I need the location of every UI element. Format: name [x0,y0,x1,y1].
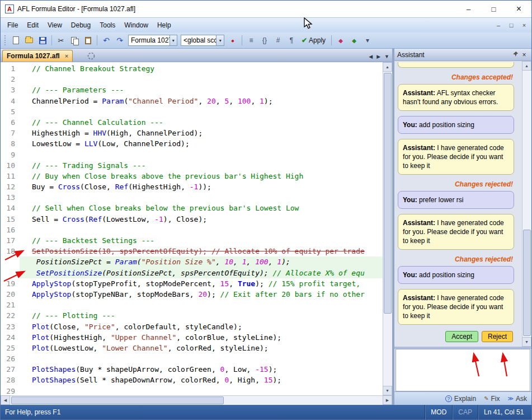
scroll-right-icon[interactable]: ▶ [383,395,392,405]
scrollbar-thumb[interactable] [523,230,531,336]
apply-button[interactable]: ✔ Apply [299,34,328,46]
menu-tools[interactable]: Tools [95,20,120,31]
sections-button[interactable]: ≡ [245,34,257,46]
toolbar-overflow-button[interactable]: ▾ [361,34,374,46]
explain-button[interactable]: ? Explain [445,395,476,403]
code-row[interactable]: SetPositionSize(PositionSizePct, spsPerc… [1,268,383,278]
wizard-button[interactable]: ◆ [335,34,347,46]
apply-check-icon: ✔ [302,36,307,44]
minimize-button[interactable]: – [456,1,481,17]
menu-help[interactable]: Help [153,20,176,31]
undo-button[interactable]: ↶ [100,34,112,46]
scrollbar-thumb[interactable] [11,396,224,404]
menu-file[interactable]: File [3,20,22,31]
scroll-down-icon[interactable]: ▼ [522,337,531,347]
open-file-button[interactable] [23,34,35,46]
code-row[interactable]: 20ApplyStop(stopTypeNBar, stopModeBars, … [1,289,383,300]
mdi-restore-button[interactable]: □ [506,20,517,30]
chevron-down-icon[interactable]: ▾ [170,35,177,45]
code-row[interactable]: 15Sell = Cross(Ref(LowestLow, -1), Close… [1,214,383,225]
tab-scroll-right-icon[interactable]: ▶ [376,54,380,59]
code-row[interactable]: 26 [1,353,383,364]
scc-combo[interactable]: <global scc ▾ [181,35,224,46]
code-row[interactable]: 16 [1,225,383,235]
tab-scroll-left-icon[interactable]: ◀ [369,54,373,59]
scroll-down-icon[interactable]: ▼ [383,386,392,395]
code-row[interactable]: 13 [1,192,383,203]
code-row[interactable]: 1// Channel Breakout Strategy [1,63,383,74]
chat-messages: Changes accepted!Assistant: AFL syntax c… [394,61,522,347]
code-token: "Upper Channel" [111,333,176,342]
code-row[interactable]: 23Plot(Close, "Price", colorDefault, sty… [1,321,383,332]
new-file-button[interactable] [10,34,22,46]
code-row[interactable]: PositionSizePct = Param("Position Size %… [1,256,383,267]
code-row[interactable]: 29 [1,386,383,395]
code-row[interactable]: 18SetPositionSize(10, spsPercentOfEquity… [1,246,383,256]
redo-icon: ↷ [116,36,123,45]
editor-vertical-scrollbar[interactable]: ▲ ▼ [383,62,392,395]
code-row[interactable]: 4ChannelPeriod = Param("Channel Period",… [1,96,383,106]
code-row[interactable]: 3// --- Parameters --- [1,85,383,95]
code-row[interactable]: 2 [1,74,383,85]
code-row[interactable]: 19ApplyStop(stopTypeProfit, stopModePerc… [1,278,383,289]
code-snippet-button[interactable]: {} [258,34,271,46]
fix-button[interactable]: ✎ Fix [484,395,500,403]
chevron-down-icon[interactable]: ▾ [216,35,224,45]
formula-combo[interactable]: Formula 1027 ▾ [128,35,177,46]
pin-icon[interactable] [511,51,520,59]
menu-edit[interactable]: Edit [22,20,43,31]
menu-view[interactable]: View [43,20,67,31]
code-row[interactable]: 7HighestHigh = HHV(High, ChannelPeriod); [1,128,383,138]
code-row[interactable]: 9 [1,150,383,160]
menu-debug[interactable]: Debug [67,20,95,31]
chat-scrollbar[interactable]: ▲ ▼ [522,61,531,347]
scroll-left-icon[interactable]: ◀ [1,395,10,405]
editor-horizontal-scrollbar[interactable]: ◀ ▶ [1,395,392,405]
accept-button[interactable]: Accept [445,331,478,342]
scroll-up-icon[interactable]: ▲ [383,62,392,72]
paste-button[interactable] [82,34,94,46]
code-row[interactable]: 12Buy = Cross(Close, Ref(HighestHigh, -1… [1,181,383,192]
code-row[interactable]: 6// --- Channel Calculation --- [1,117,383,128]
code-token: "Channel Period" [128,97,198,105]
line-number: 18 [1,246,20,256]
formatting-button[interactable]: ¶ [285,34,298,46]
cut-button[interactable]: ✂ [55,34,67,46]
scroll-up-icon[interactable]: ▲ [522,61,531,71]
goto-line-button[interactable]: # [272,34,284,46]
dock-target-icon[interactable] [87,52,95,60]
code-row[interactable]: 25Plot(LowestLow, "Lower Channel", color… [1,343,383,353]
code-token: (Close, [80,183,115,191]
record-button[interactable]: ● [227,34,239,46]
code-row[interactable]: 21 [1,300,383,310]
code-row[interactable]: 14// Sell when Close breaks below the pr… [1,203,383,213]
maximize-button[interactable]: □ [481,1,506,17]
code-row[interactable]: 8LowestLow = LLV(Low, ChannelPeriod); [1,138,383,149]
reject-button[interactable]: Reject [482,331,513,342]
mdi-minimize-button[interactable]: – [493,20,504,30]
code-row[interactable]: 11// Buy when Close breaks above the pre… [1,171,383,181]
tab-list-icon[interactable]: ▼ [384,54,389,59]
insert-indicator-button[interactable]: ◆ [348,34,360,46]
tab-close-icon[interactable]: × [65,53,68,59]
redo-button[interactable]: ↷ [114,34,126,46]
tab-formula-1027[interactable]: Formula 1027.afl × [2,50,73,62]
code-row[interactable]: 10// --- Trading Signals --- [1,160,383,171]
code-row[interactable]: 17// --- Backtest Settings --- [1,235,383,246]
code-editor[interactable]: 1// Channel Breakout Strategy23// --- Pa… [1,62,383,395]
code-row[interactable]: 27PlotShapes(Buy * shapeUpArrow, colorGr… [1,364,383,375]
mdi-close-button[interactable]: × [519,20,530,30]
code-row[interactable]: 22// --- Plotting --- [1,310,383,321]
save-button[interactable] [36,34,49,46]
assistant-close-icon[interactable]: × [520,51,529,59]
code-token: 1 [242,258,247,266]
code-row[interactable]: 28PlotShapes(Sell * shapeDownArrow, colo… [1,375,383,385]
code-row[interactable]: 24Plot(HighestHigh, "Upper Channel", col… [1,332,383,343]
code-line-text: // --- Parameters --- [20,85,383,95]
close-button[interactable]: × [506,1,531,17]
menu-window[interactable]: Window [120,20,153,31]
scrollbar-thumb[interactable] [384,73,392,314]
copy-button[interactable] [68,34,81,46]
code-row[interactable]: 5 [1,106,383,117]
ask-button[interactable]: ≫ Ask [508,395,527,403]
